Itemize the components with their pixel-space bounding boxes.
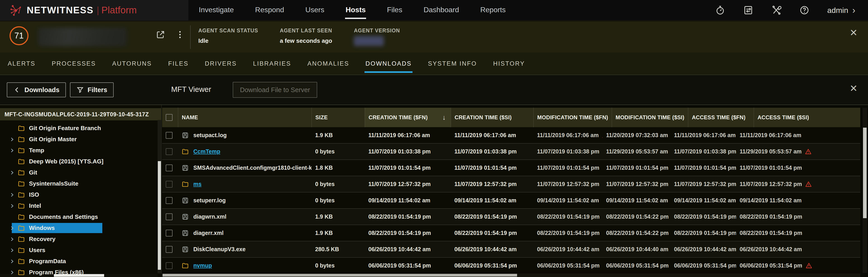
tree-item-iso[interactable]: ISO [0,189,161,200]
column-header-modification-time-fn[interactable]: MODIFICATION TIME ($FN) [533,108,612,127]
timestamp-value: 09/14/2019 11:54:02 am [674,197,736,204]
download-file-to-server-button[interactable]: Download File to Server [233,82,317,98]
nav-item-users[interactable]: Users [305,1,325,20]
tab-files[interactable]: FILES [167,53,189,75]
nav-item-reports[interactable]: Reports [479,1,506,20]
tree-item-git-origin-feature-branch[interactable]: Git Origin Feature Branch [0,123,161,134]
file-name-link[interactable]: ms [193,181,202,187]
brand-logo[interactable]: NETWITNESS | Platform [0,0,188,21]
tab-system-info[interactable]: SYSTEM INFO [427,53,478,75]
tab-anomalies[interactable]: ANOMALIES [307,53,350,75]
tree-item-git[interactable]: Git [0,167,161,178]
chevron-right-icon[interactable] [9,257,18,265]
tree-item-users[interactable]: Users [0,245,161,256]
table-row-ms[interactable]: ms0 bytes11/07/2019 12:57:32 pm11/07/201… [162,176,860,192]
row-checkbox[interactable] [166,230,173,237]
tree-vertical-scrollbar[interactable] [158,120,161,273]
chevron-right-icon[interactable] [9,169,18,177]
chevron-right-icon[interactable] [9,135,18,143]
file-name-cell[interactable]: ms [178,180,312,188]
tab-drivers[interactable]: DRIVERS [204,53,238,75]
chevron-right-icon[interactable] [9,147,18,154]
nav-item-investigate[interactable]: Investigate [198,1,235,20]
row-checkbox[interactable] [166,197,173,204]
table-row-diagerr-xml[interactable]: diagerr.xml1.9 KB08/22/2019 01:54:19 pm0… [162,225,860,241]
external-link-icon[interactable] [156,30,165,39]
close-icon[interactable]: ✕ [850,28,858,37]
user-menu[interactable]: admin › [827,6,855,15]
row-checkbox[interactable] [166,148,173,155]
nav-item-hosts[interactable]: Hosts [345,1,367,20]
column-header-name[interactable]: NAME [178,108,312,127]
file-name-link[interactable]: CcmTemp [193,148,220,155]
file-name-cell[interactable]: setuperr.log [178,197,312,204]
file-name-cell[interactable]: SMSAdvancedClient.configmgr1810-client-k… [178,164,312,172]
file-name-cell[interactable]: CcmTemp [178,148,312,155]
chevron-right-icon[interactable] [9,235,18,243]
file-name-cell[interactable]: nvmup [178,262,312,270]
tree-item-documents-and-settings[interactable]: Documents and Settings [0,211,161,222]
table-row-diagwrn-xml[interactable]: diagwrn.xml1.9 KB08/22/2019 01:54:19 pm0… [162,209,860,225]
table-row-setuperr-log[interactable]: setuperr.log0 bytes09/14/2019 11:54:02 a… [162,192,860,209]
row-checkbox[interactable] [166,132,173,139]
back-downloads-button[interactable]: Downloads [7,82,66,97]
tree-item-deep-web-2015-yts-ag[interactable]: Deep Web (2015) [YTS.AG] [0,156,161,167]
table-row-setupact-log[interactable]: setupact.log1.9 KB11/11/2019 06:17:06 am… [162,127,860,144]
filters-button[interactable]: Filters [70,82,114,97]
row-checkbox[interactable] [166,181,173,188]
help-icon[interactable] [799,5,810,16]
nav-item-dashboard[interactable]: Dashboard [423,1,460,20]
scrollbar-thumb[interactable] [158,161,161,270]
tree-item-temp[interactable]: Temp [0,145,161,156]
chevron-right-icon[interactable] [9,224,18,232]
tree-item-programdata[interactable]: ProgramData [0,256,161,267]
file-name-cell[interactable]: diagerr.xml [178,229,312,237]
row-checkbox[interactable] [166,262,173,269]
tab-history[interactable]: HISTORY [492,53,526,75]
table-row-smsadvancedclient-configmgr1810-client-kb4[interactable]: SMSAdvancedClient.configmgr1810-client-k… [162,160,860,176]
sort-desc-icon[interactable]: ↓ [438,114,447,121]
column-header-creation-time-fn[interactable]: CREATION TIME ($FN)↓ [365,108,451,127]
nav-item-files[interactable]: Files [386,1,403,20]
tree-item-git-origin-master[interactable]: Git Origin Master [0,134,161,145]
tab-alerts[interactable]: ALERTS [7,53,36,75]
tab-autoruns[interactable]: AUTORUNS [112,53,153,75]
chevron-right-icon[interactable] [9,202,18,210]
table-row-nvmup[interactable]: nvmup0 bytes06/06/2019 05:31:54 pm06/06/… [162,257,860,273]
row-checkbox[interactable] [166,164,173,171]
file-name-cell[interactable]: diagwrn.xml [178,213,312,221]
select-all-checkbox[interactable] [166,114,173,121]
tab-downloads[interactable]: DOWNLOADS [365,53,412,75]
chevron-right-icon[interactable] [9,269,18,276]
column-header-modification-time-si[interactable]: MODIFICATION TIME ($SI) [612,108,688,127]
close-icon[interactable]: ✕ [850,84,858,93]
jobs-panel-icon[interactable] [743,5,753,16]
scrollbar-thumb[interactable] [162,274,517,277]
nav-item-respond[interactable]: Respond [254,1,285,20]
tree-item-intel[interactable]: Intel [0,200,161,211]
tree-item-windows[interactable]: Windows [0,222,161,234]
file-name-cell[interactable]: DiskCleanupV3.exe [178,246,312,253]
column-header-access-time-fn[interactable]: ACCESS TIME ($FN) [688,108,754,127]
file-name-cell[interactable]: setupact.log [178,131,312,139]
kebab-menu-icon[interactable] [175,30,185,39]
column-header-size[interactable]: SIZE [312,108,365,127]
tree-item-recovery[interactable]: Recovery [0,234,161,245]
chevron-right-icon[interactable] [9,246,18,254]
tab-processes[interactable]: PROCESSES [51,53,97,75]
table-vertical-scrollbar[interactable] [863,108,867,273]
row-checkbox[interactable] [166,213,173,220]
row-checkbox[interactable] [166,246,173,253]
column-header-creation-time-si[interactable]: CREATION TIME ($SI) [451,108,533,127]
table-horizontal-scrollbar[interactable] [162,273,860,277]
table-row-ccmtemp[interactable]: CcmTemp0 bytes11/07/2019 01:03:38 pm11/0… [162,144,860,160]
admin-tools-icon[interactable] [771,5,781,16]
chevron-right-icon[interactable] [9,191,18,199]
tree-item-sysinternalssuite[interactable]: SysinternalsSuite [0,178,161,189]
scrollbar-thumb[interactable] [863,128,867,218]
file-name-link[interactable]: nvmup [193,262,212,269]
column-header-access-time-si[interactable]: ACCESS TIME ($SI) [754,108,860,127]
tab-libraries[interactable]: LIBRARIES [252,53,292,75]
stopwatch-icon[interactable] [715,5,725,16]
table-row-diskcleanupv3-exe[interactable]: DiskCleanupV3.exe280.5 KB06/26/2019 10:4… [162,241,860,257]
